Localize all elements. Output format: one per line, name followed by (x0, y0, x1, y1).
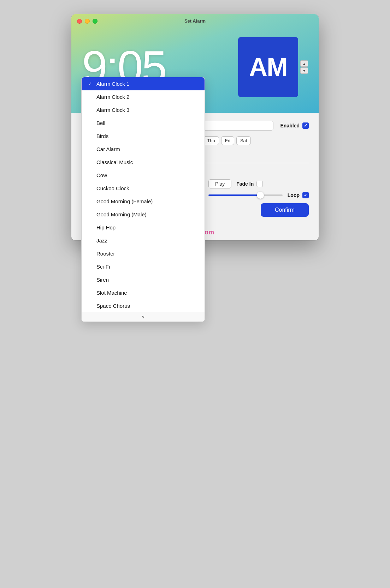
day-sat[interactable]: Sat (236, 136, 251, 145)
am-pm-block: AM ▲ ▼ (238, 37, 308, 97)
dropdown-item-label: Sci-Fi (96, 264, 110, 270)
dropdown-item-good-morning-male[interactable]: Good Morning (Male) (82, 208, 205, 221)
dropdown-item-jazz[interactable]: Jazz (82, 234, 205, 247)
dropdown-item-label: Birds (96, 133, 108, 139)
sound-dropdown[interactable]: ✓ Alarm Clock 1 Alarm Clock 2 Alarm Cloc… (81, 77, 205, 322)
volume-slider-thumb[interactable] (257, 192, 264, 199)
dropdown-item-classical-music[interactable]: Classical Music (82, 156, 205, 169)
dropdown-item-label: Jazz (96, 238, 107, 244)
day-fri[interactable]: Fri (221, 136, 234, 145)
dropdown-scroll-down[interactable]: ∨ (82, 312, 205, 322)
loop-checkbox[interactable] (302, 192, 309, 198)
dropdown-item-alarm-clock-3[interactable]: Alarm Clock 3 (82, 103, 205, 116)
am-pm-stepper: ▲ ▼ (300, 60, 308, 74)
dropdown-item-birds[interactable]: Birds (82, 130, 205, 143)
sound-row: ✓ Alarm Clock 1 Alarm Clock 2 Alarm Cloc… (81, 179, 309, 198)
traffic-lights (77, 19, 98, 24)
dropdown-item-label: Bell (96, 120, 105, 126)
dropdown-item-alarm-clock-1[interactable]: ✓ Alarm Clock 1 (82, 77, 205, 90)
dropdown-item-sci-fi[interactable]: Sci-Fi (82, 260, 205, 273)
dropdown-item-siren[interactable]: Siren (82, 273, 205, 286)
app-window: Set Alarm 9:05 AM ▲ ▼ Alarm Title Enable… (71, 14, 319, 240)
dropdown-item-hip-hop[interactable]: Hip Hop (82, 221, 205, 234)
maximize-button[interactable] (93, 19, 98, 24)
am-pm-up-button[interactable]: ▲ (300, 60, 308, 67)
check-icon: ✓ (88, 81, 94, 86)
day-thu[interactable]: Thu (203, 136, 219, 145)
close-button[interactable] (77, 19, 82, 24)
dropdown-item-label: Hip Hop (96, 224, 116, 230)
volume-slider[interactable] (208, 194, 283, 196)
dropdown-item-bell[interactable]: Bell (82, 116, 205, 130)
dropdown-item-cow[interactable]: Cow (82, 169, 205, 182)
loop-label: Loop (288, 192, 300, 198)
enabled-group: Enabled (280, 122, 309, 129)
dropdown-item-label: Classical Music (96, 159, 133, 165)
dropdown-item-rooster[interactable]: Rooster (82, 247, 205, 260)
dropdown-item-slot-machine[interactable]: Slot Machine (82, 286, 205, 299)
enabled-label: Enabled (280, 123, 300, 128)
dropdown-item-label: Cuckoo Clock (96, 185, 129, 191)
am-pm-down-button[interactable]: ▼ (300, 67, 308, 74)
dropdown-item-cuckoo-clock[interactable]: Cuckoo Clock (82, 182, 205, 195)
dropdown-item-label: Siren (96, 277, 109, 283)
minimize-button[interactable] (85, 19, 90, 24)
dropdown-item-space-chorus[interactable]: Space Chorus (82, 299, 205, 312)
dropdown-item-label: Alarm Clock 3 (96, 107, 129, 113)
enabled-checkbox[interactable] (302, 122, 309, 129)
dropdown-item-label: Alarm Clock 2 (96, 94, 129, 100)
window-title: Set Alarm (184, 18, 206, 24)
dropdown-item-alarm-clock-2[interactable]: Alarm Clock 2 (82, 90, 205, 103)
fade-in-checkbox[interactable] (256, 181, 263, 187)
dropdown-item-label: Alarm Clock 1 (96, 81, 129, 87)
dropdown-item-label: Car Alarm (96, 146, 120, 152)
dropdown-item-label: Cow (96, 172, 107, 178)
fade-in-label: Fade In (236, 181, 254, 187)
dropdown-item-label: Slot Machine (96, 290, 127, 296)
dropdown-item-car-alarm[interactable]: Car Alarm (82, 143, 205, 156)
confirm-button[interactable]: Confirm (261, 203, 309, 217)
am-pm-display[interactable]: AM (238, 37, 298, 97)
dropdown-item-label: Good Morning (Male) (96, 211, 147, 217)
dropdown-item-label: Space Chorus (96, 303, 130, 309)
play-button[interactable]: Play (208, 179, 231, 188)
dropdown-item-label: Good Morning (Female) (96, 198, 153, 204)
title-bar: Set Alarm (71, 14, 319, 28)
form-section: Alarm Title Enabled Repeat Sun Mon Tues … (71, 113, 319, 224)
dropdown-item-label: Rooster (96, 251, 115, 257)
loop-group: Loop (288, 192, 309, 198)
dropdown-item-good-morning-female[interactable]: Good Morning (Female) (82, 195, 205, 208)
fade-in-group: Fade In (236, 181, 263, 187)
